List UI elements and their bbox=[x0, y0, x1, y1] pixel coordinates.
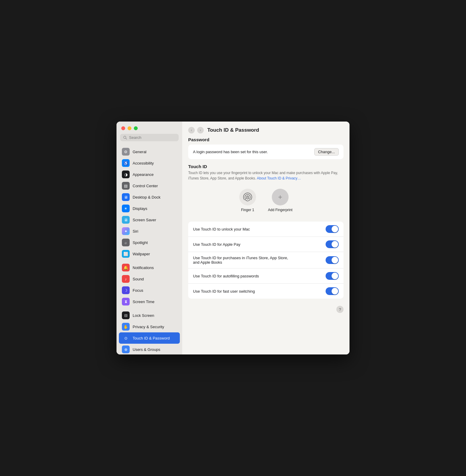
privacy-icon: ✋ bbox=[122, 323, 130, 331]
sidebar-item-screensaver[interactable]: 🖥Screen Saver bbox=[119, 214, 180, 225]
appearance-icon: ◑ bbox=[122, 171, 130, 178]
toggle-switching-row: Use Touch ID for fast user switching bbox=[188, 284, 344, 299]
help-button[interactable]: ? bbox=[336, 306, 344, 313]
maximize-button[interactable] bbox=[134, 126, 138, 130]
sidebar-item-general[interactable]: ⚙General bbox=[119, 146, 180, 157]
toggle-switching[interactable] bbox=[326, 287, 339, 295]
toggle-autofill-label: Use Touch ID for autofilling passwords bbox=[193, 274, 326, 278]
svg-point-2 bbox=[247, 197, 248, 198]
accessibility-icon: ♿ bbox=[122, 159, 130, 167]
sidebar-item-screentime[interactable]: ⧗Screen Time bbox=[119, 296, 180, 307]
password-section-title: Password bbox=[188, 137, 344, 142]
search-container bbox=[116, 134, 182, 145]
accessibility-label: Accessibility bbox=[133, 161, 154, 165]
siri-icon: ✦ bbox=[122, 227, 130, 235]
back-button[interactable]: ‹ bbox=[188, 127, 195, 133]
screentime-label: Screen Time bbox=[133, 300, 154, 304]
sidebar-item-users[interactable]: ⊕Users & Groups bbox=[119, 344, 180, 354]
sound-icon: ♪ bbox=[122, 275, 130, 283]
touch-id-description: Touch ID lets you use your fingerprint t… bbox=[188, 170, 344, 181]
appearance-label: Appearance bbox=[133, 172, 154, 177]
password-row: A login password has been set for this u… bbox=[188, 145, 344, 159]
finger1-item: Finger 1 bbox=[239, 189, 256, 212]
control-center-label: Control Center bbox=[133, 184, 158, 188]
touch-id-privacy-link[interactable]: About Touch ID & Privacy… bbox=[257, 176, 301, 180]
system-preferences-window: ⚙General♿Accessibility◑Appearance▤Contro… bbox=[116, 122, 350, 354]
toggle-unlock-label: Use Touch ID to unlock your Mac bbox=[193, 227, 326, 231]
toggle-applepay[interactable] bbox=[326, 240, 339, 248]
search-icon bbox=[123, 136, 127, 140]
toggle-unlock[interactable] bbox=[326, 225, 339, 233]
touch-id-toggles-card: Use Touch ID to unlock your Mac Use Touc… bbox=[188, 222, 344, 299]
displays-icon: ☀ bbox=[122, 205, 130, 212]
toggle-purchases-label: Use Touch ID for purchases in iTunes Sto… bbox=[193, 256, 326, 265]
sidebar-item-control-center[interactable]: ▤Control Center bbox=[119, 180, 180, 191]
focus-label: Focus bbox=[133, 288, 143, 293]
toggle-autofill-row: Use Touch ID for autofilling passwords bbox=[188, 268, 344, 284]
spotlight-label: Spotlight bbox=[133, 240, 148, 245]
sidebar-item-accessibility[interactable]: ♿Accessibility bbox=[119, 157, 180, 169]
spotlight-icon: ⌕ bbox=[122, 239, 130, 246]
finger1-label: Finger 1 bbox=[241, 208, 254, 212]
search-input[interactable] bbox=[129, 135, 176, 140]
close-button[interactable] bbox=[121, 126, 125, 130]
forward-button[interactable]: › bbox=[197, 127, 204, 133]
toggle-unlock-row: Use Touch ID to unlock your Mac bbox=[188, 222, 344, 237]
touchid-label: Touch ID & Password bbox=[133, 336, 170, 340]
traffic-lights bbox=[116, 122, 182, 134]
screensaver-label: Screen Saver bbox=[133, 218, 156, 222]
sidebar-item-notifications[interactable]: 🔔Notifications bbox=[119, 262, 180, 273]
add-fingerprint-item: + Add Fingerprint bbox=[268, 189, 292, 212]
fingerprint-svg bbox=[242, 192, 253, 202]
sidebar-item-wallpaper[interactable]: ⬜Wallpaper bbox=[119, 248, 180, 260]
sidebar-item-focus[interactable]: ☽Focus bbox=[119, 285, 180, 296]
svg-line-1 bbox=[126, 138, 127, 139]
sidebar-item-touchid[interactable]: ⊙Touch ID & Password bbox=[119, 332, 180, 344]
siri-label: Siri bbox=[133, 229, 138, 234]
screentime-icon: ⧗ bbox=[122, 298, 130, 305]
page-title: Touch ID & Password bbox=[207, 127, 259, 133]
touch-id-title: Touch ID bbox=[188, 164, 344, 169]
sidebar: ⚙General♿Accessibility◑Appearance▤Contro… bbox=[116, 122, 182, 354]
lockscreen-label: Lock Screen bbox=[133, 313, 154, 318]
password-description: A login password has been set for this u… bbox=[193, 150, 314, 154]
sidebar-item-siri[interactable]: ✦Siri bbox=[119, 225, 180, 237]
add-fingerprint-button[interactable]: + bbox=[272, 189, 289, 205]
screensaver-icon: 🖥 bbox=[122, 216, 130, 224]
add-fingerprint-label: Add Fingerprint bbox=[268, 208, 292, 212]
desktop-label: Desktop & Dock bbox=[133, 195, 160, 199]
sidebar-item-spotlight[interactable]: ⌕Spotlight bbox=[119, 237, 180, 248]
main-content: ‹ › Touch ID & Password Password A login… bbox=[182, 122, 350, 354]
general-icon: ⚙ bbox=[122, 148, 130, 156]
privacy-label: Privacy & Security bbox=[133, 325, 164, 329]
finger1-icon[interactable] bbox=[239, 189, 256, 205]
sidebar-item-appearance[interactable]: ◑Appearance bbox=[119, 169, 180, 180]
title-bar: ‹ › Touch ID & Password bbox=[182, 122, 350, 137]
change-password-button[interactable]: Change... bbox=[314, 148, 339, 156]
lockscreen-icon: ⊟ bbox=[122, 311, 130, 319]
wallpaper-label: Wallpaper bbox=[133, 252, 150, 256]
general-label: General bbox=[133, 150, 146, 154]
search-box[interactable] bbox=[120, 134, 179, 141]
sidebar-item-privacy[interactable]: ✋Privacy & Security bbox=[119, 321, 180, 332]
minimize-button[interactable] bbox=[128, 126, 131, 130]
focus-icon: ☽ bbox=[122, 286, 130, 294]
notifications-icon: 🔔 bbox=[122, 264, 130, 271]
sidebar-item-lockscreen[interactable]: ⊟Lock Screen bbox=[119, 310, 180, 321]
toggle-purchases[interactable] bbox=[326, 256, 339, 264]
users-label: Users & Groups bbox=[133, 347, 160, 352]
displays-label: Displays bbox=[133, 206, 147, 211]
users-icon: ⊕ bbox=[122, 346, 130, 353]
sidebar-item-displays[interactable]: ☀Displays bbox=[119, 203, 180, 214]
desktop-icon: 🖥 bbox=[122, 193, 130, 201]
sidebar-item-desktop[interactable]: 🖥Desktop & Dock bbox=[119, 191, 180, 203]
toggle-switching-label: Use Touch ID for fast user switching bbox=[193, 289, 326, 294]
toggle-autofill[interactable] bbox=[326, 272, 339, 280]
notifications-label: Notifications bbox=[133, 265, 154, 270]
sidebar-item-sound[interactable]: ♪Sound bbox=[119, 273, 180, 285]
wallpaper-icon: ⬜ bbox=[122, 250, 130, 258]
control-center-icon: ▤ bbox=[122, 182, 130, 190]
sound-label: Sound bbox=[133, 277, 144, 281]
content-area: Password A login password has been set f… bbox=[182, 137, 350, 354]
password-card: A login password has been set for this u… bbox=[188, 145, 344, 159]
